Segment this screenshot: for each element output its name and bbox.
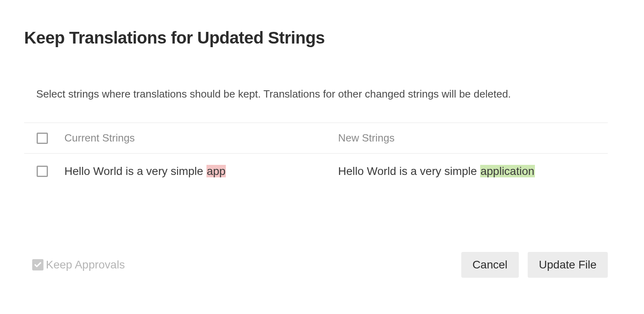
page-title: Keep Translations for Updated Strings (24, 28, 620, 48)
new-string-prefix: Hello World is a very simple (338, 165, 480, 177)
strings-table: Current Strings New Strings Hello World … (24, 123, 608, 178)
new-string-cell: Hello World is a very simple application (334, 165, 608, 178)
table-header-row: Current Strings New Strings (24, 123, 608, 154)
current-string-prefix: Hello World is a very simple (64, 165, 206, 177)
keep-approvals-checkbox[interactable] (32, 259, 43, 270)
table-row: Hello World is a very simple app Hello W… (24, 154, 608, 178)
column-header-new: New Strings (334, 132, 608, 144)
footer-buttons: Cancel Update File (461, 252, 608, 278)
dialog-footer: Keep Approvals Cancel Update File (24, 252, 620, 298)
column-header-current: Current Strings (60, 132, 334, 144)
current-string-text: Hello World is a very simple app (64, 165, 226, 177)
keep-approvals-label: Keep Approvals (46, 258, 125, 271)
dialog-container: Keep Translations for Updated Strings Se… (0, 0, 644, 314)
row-checkbox[interactable] (37, 166, 48, 177)
cancel-button[interactable]: Cancel (461, 252, 519, 278)
diff-removed: app (206, 165, 226, 177)
new-string-text: Hello World is a very simple application (338, 165, 535, 177)
current-string-cell: Hello World is a very simple app (60, 165, 334, 178)
keep-approvals-option: Keep Approvals (32, 258, 125, 271)
row-checkbox-cell (24, 166, 60, 177)
description-text: Select strings where translations should… (36, 88, 620, 100)
select-all-cell (24, 133, 60, 144)
select-all-checkbox[interactable] (37, 133, 48, 144)
checkmark-icon (34, 261, 42, 269)
update-file-button[interactable]: Update File (528, 252, 608, 278)
diff-added: application (480, 165, 535, 177)
